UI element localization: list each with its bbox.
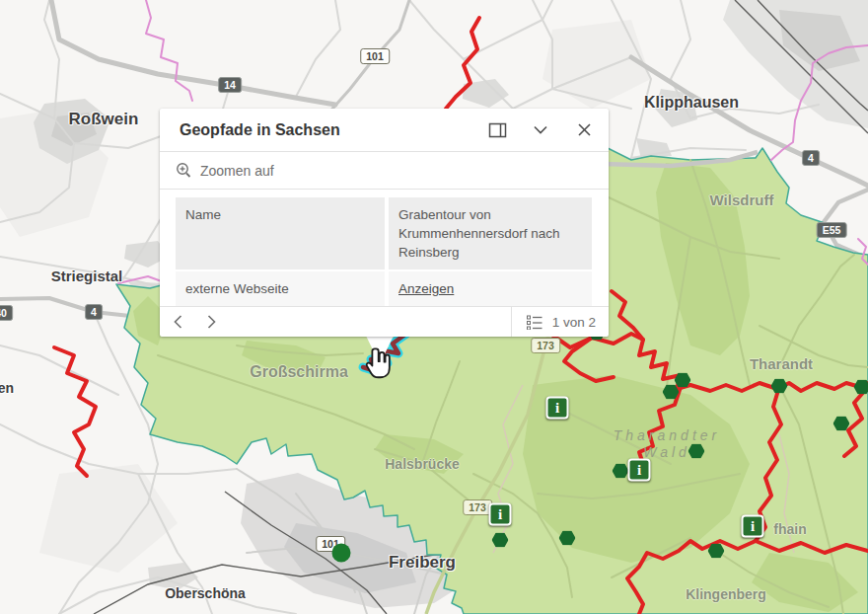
popup-header: Geopfade in Sachsen [160,109,609,151]
feature-popup: Geopfade in Sachsen [160,109,609,337]
field-row: NameGrabentour von Krummenhennersdorf na… [176,197,592,269]
field-label: externe Webseite [176,271,385,306]
map-application: RoßweinKlipphausenStriegistalenFreibergO… [0,0,868,614]
field-value: Grabentour von Krummenhennersdorf nach R… [389,197,592,269]
info-point-marker[interactable]: i [628,459,651,482]
field-value: Anzeigen [389,271,592,306]
pagination-arrows [160,308,511,336]
feature-list-button[interactable] [525,308,544,336]
previous-feature-button[interactable] [164,308,191,336]
info-point-marker[interactable]: i [489,503,512,526]
popup-fields-table: NameGrabentour von Krummenhennersdorf na… [160,190,609,306]
chevron-left-icon [174,315,182,329]
info-point-marker[interactable]: i [742,515,764,538]
chevron-down-icon [534,125,547,134]
next-feature-button[interactable] [197,308,225,336]
feature-pagination: 1 von 2 [511,307,609,337]
dock-button[interactable] [482,115,512,145]
cursor-pointer-icon [361,345,397,381]
zoom-to-icon [176,162,192,179]
popup-title: Geopfade in Sachsen [180,121,482,139]
dock-icon [488,122,507,138]
poi-circle-marker[interactable] [332,544,351,563]
field-label: Name [176,197,385,269]
feature-list-icon [527,315,542,330]
chevron-right-icon [207,315,216,329]
collapse-button[interactable] [526,115,555,145]
field-row: externe WebseiteAnzeigen [176,271,592,306]
zoom-to-label: Zoomen auf [200,163,274,179]
zoom-to-action[interactable]: Zoomen auf [160,152,609,189]
pagination-count: 1 von 2 [552,315,596,330]
info-point-marker[interactable]: i [546,397,569,420]
close-button[interactable] [569,115,599,145]
external-website-link[interactable]: Anzeigen [398,281,454,296]
close-icon [578,123,591,136]
popup-footer: 1 von 2 [160,306,609,337]
